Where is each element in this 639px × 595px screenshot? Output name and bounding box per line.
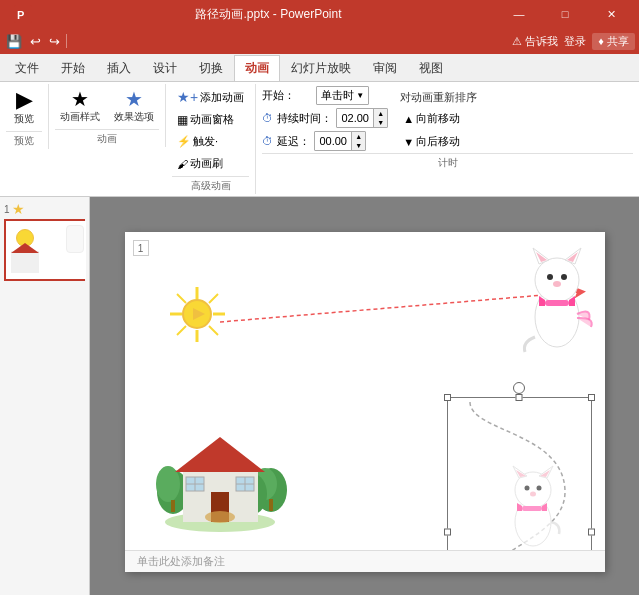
tab-view[interactable]: 视图: [408, 55, 454, 81]
animation-pane-icon: ▦: [177, 113, 188, 127]
tab-design[interactable]: 设计: [142, 55, 188, 81]
cat-top-svg: [517, 242, 597, 357]
close-button[interactable]: ✕: [591, 0, 631, 28]
svg-line-8: [209, 294, 218, 303]
delay-input-group: ▲ ▼: [314, 131, 366, 151]
house-element: [153, 412, 288, 537]
save-quick-btn[interactable]: 💾: [4, 34, 24, 49]
effect-options-label: 效果选项: [114, 110, 154, 124]
delay-row: ⏱ 延迟： ▲ ▼: [262, 131, 388, 151]
svg-point-51: [530, 492, 536, 497]
trigger-icon: ⚡: [177, 135, 191, 148]
animation-style-icon: ★: [71, 89, 89, 109]
add-animation-icon: ★+: [177, 89, 198, 105]
duration-label: 持续时间：: [277, 111, 332, 126]
svg-rect-14: [171, 500, 175, 512]
duration-row: ⏱ 持续时间： ▲ ▼: [262, 108, 388, 128]
animation-pane-button[interactable]: ▦ 动画窗格: [172, 109, 239, 130]
tab-slideshow[interactable]: 幻灯片放映: [280, 55, 362, 81]
tab-animations[interactable]: 动画: [234, 55, 280, 81]
ribbon-group-advanced: ★+ 添加动画 ▦ 动画窗格 ⚡ 触发· 🖌 动画刷 高级动画: [166, 84, 256, 194]
slide-number-badge: 1: [133, 240, 149, 256]
slide-panel: 1 ★: [0, 197, 90, 595]
start-dropdown[interactable]: 单击时 ▼: [316, 86, 369, 105]
svg-text:P: P: [17, 9, 24, 21]
trigger-label: 触发·: [193, 134, 218, 149]
sun-element: [170, 287, 225, 342]
preview-button[interactable]: ▶ 预览: [6, 86, 42, 129]
tab-review[interactable]: 审阅: [362, 55, 408, 81]
user-actions: ⚠ 告诉我 登录 ♦ 共享: [512, 33, 635, 50]
title-bar-left: P: [8, 3, 38, 25]
app-icon: P: [8, 3, 38, 25]
tab-home[interactable]: 开始: [50, 55, 96, 81]
svg-point-37: [547, 274, 553, 280]
slide-thumb-image: [6, 221, 86, 279]
login-btn[interactable]: 登录: [564, 34, 586, 49]
effect-options-button[interactable]: ★ 效果选项: [109, 86, 159, 127]
advanced-group-label: 高级动画: [172, 176, 249, 194]
slide-canvas: 1: [125, 232, 605, 572]
slide-item-1[interactable]: 1 ★: [4, 201, 85, 281]
undo-quick-btn[interactable]: ↩: [28, 34, 43, 49]
delay-up-btn[interactable]: ▲: [351, 132, 365, 141]
animation-items: ★ 动画样式 ★ 效果选项: [55, 84, 159, 129]
duration-input[interactable]: [337, 111, 373, 125]
window-title: 路径动画.pptx - PowerPoint: [38, 6, 499, 23]
svg-point-49: [524, 486, 529, 491]
add-animation-button[interactable]: ★+ 添加动画: [172, 86, 249, 108]
duration-up-btn[interactable]: ▲: [373, 109, 387, 118]
animation-style-button[interactable]: ★ 动画样式: [55, 86, 105, 127]
tab-transitions[interactable]: 切换: [188, 55, 234, 81]
ribbon-content: ▶ 预览 预览 ★ 动画样式 ★ 效果选项 动画 ★+ 添加动画: [0, 82, 639, 197]
quick-access-toolbar: 💾 ↩ ↪: [4, 34, 67, 49]
backward-icon: ▼: [403, 136, 414, 148]
delay-down-btn[interactable]: ▼: [351, 141, 365, 150]
minimize-button[interactable]: —: [499, 0, 539, 28]
slide-thumbnail[interactable]: [4, 219, 85, 281]
svg-point-32: [535, 258, 579, 302]
preview-items: ▶ 预览: [6, 84, 42, 131]
animation-style-label: 动画样式: [60, 110, 100, 124]
trigger-button[interactable]: ⚡ 触发·: [172, 131, 223, 152]
delay-input[interactable]: [315, 134, 351, 148]
start-value: 单击时: [321, 88, 354, 103]
ribbon-group-preview: ▶ 预览 预览: [0, 84, 49, 149]
handle-tl[interactable]: [444, 394, 451, 401]
rotate-handle[interactable]: [513, 382, 525, 394]
preview-group-label: 预览: [6, 131, 42, 149]
svg-point-30: [205, 511, 235, 523]
maximize-button[interactable]: □: [545, 0, 585, 28]
animation-brush-icon: 🖌: [177, 158, 188, 170]
animation-brush-button[interactable]: 🖌 动画刷: [172, 153, 228, 174]
share-btn[interactable]: ♦ 共享: [592, 33, 635, 50]
canvas-area[interactable]: 1: [90, 197, 639, 595]
move-backward-button[interactable]: ▼ 向后移动: [400, 132, 477, 151]
effect-options-icon: ★: [125, 89, 143, 109]
reorder-label: 对动画重新排序: [400, 90, 477, 105]
ribbon-group-animation: ★ 动画样式 ★ 效果选项 动画: [49, 84, 166, 147]
reorder-section: 对动画重新排序 ▲ 向前移动 ▼ 向后移动: [400, 86, 477, 151]
handle-mr[interactable]: [588, 529, 595, 536]
svg-point-38: [561, 274, 567, 280]
window-controls: — □ ✕: [499, 0, 631, 28]
alert-icon[interactable]: ⚠ 告诉我: [512, 34, 558, 49]
tab-insert[interactable]: 插入: [96, 55, 142, 81]
qa-separator: [66, 34, 67, 48]
forward-icon: ▲: [403, 113, 414, 125]
redo-quick-btn[interactable]: ↪: [47, 34, 62, 49]
preview-label: 预览: [14, 112, 34, 126]
cat-bottom-element: [499, 462, 567, 550]
main-area: 1 ★: [0, 197, 639, 595]
handle-tm[interactable]: [516, 394, 523, 401]
handle-ml[interactable]: [444, 529, 451, 536]
move-forward-button[interactable]: ▲ 向前移动: [400, 109, 477, 128]
svg-rect-52: [522, 506, 542, 511]
handle-tr[interactable]: [588, 394, 595, 401]
cat-bottom-svg: [499, 462, 567, 550]
notes-hint[interactable]: 单击此处添加备注: [125, 550, 605, 572]
tab-file[interactable]: 文件: [4, 55, 50, 81]
duration-down-btn[interactable]: ▼: [373, 118, 387, 127]
house-svg: [153, 412, 288, 537]
animation-star-indicator: ★: [12, 201, 25, 217]
